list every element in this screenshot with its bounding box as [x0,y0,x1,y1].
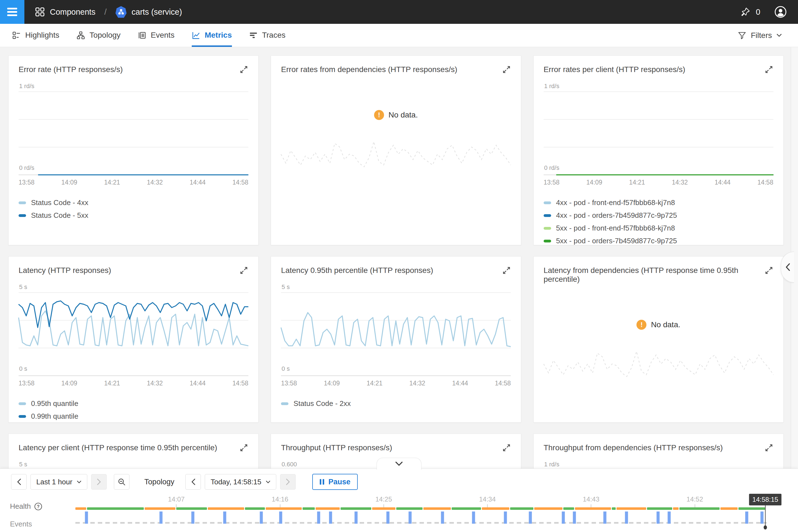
event-marker[interactable] [159,512,163,524]
expand-chart-button[interactable] [502,65,511,74]
event-marker[interactable] [191,512,194,524]
chart-plot[interactable] [19,92,248,175]
hamburger-menu-button[interactable] [0,0,24,24]
legend-item[interactable]: 0.99th quantile [19,412,248,421]
legend-item[interactable]: Status Code - 2xx [281,399,511,408]
breadcrumb-current[interactable]: carts (service) [132,7,182,17]
help-icon[interactable]: ? [34,502,42,511]
chart-plot[interactable] [281,292,511,376]
event-marker[interactable] [562,512,565,524]
event-marker[interactable] [472,512,475,524]
x-tick-label: 14:58 [232,179,249,186]
event-marker[interactable] [85,512,88,524]
expand-chart-button[interactable] [502,266,511,275]
health-segment[interactable] [738,507,765,510]
playhead-dot[interactable] [764,525,767,530]
timestamp-dropdown[interactable]: Today, 14:58:15 [205,474,276,490]
expand-chart-button[interactable] [764,65,773,74]
health-segment[interactable] [341,507,371,510]
event-marker[interactable] [668,512,671,524]
health-segment[interactable] [266,507,302,510]
health-segment[interactable] [647,507,672,510]
tab-events[interactable]: Events [138,24,174,47]
event-marker[interactable] [625,512,628,524]
user-avatar-icon[interactable] [774,5,787,18]
legend-item[interactable]: Status Code - 5xx [19,211,248,220]
tab-traces[interactable]: Traces [249,24,286,47]
legend-item[interactable]: 5xx - pod - orders-7b459d877c-9p725 [544,236,773,245]
event-marker[interactable] [329,512,332,524]
health-segment[interactable] [396,507,422,510]
zoom-out-button[interactable] [114,474,129,490]
legend-item[interactable]: 0.95th quantile [19,399,248,408]
metric-card: Latency 0.95th percentile (HTTP response… [271,256,521,422]
health-segment[interactable] [176,507,207,510]
series-line [19,311,248,346]
chart-plot[interactable] [544,92,773,175]
tab-highlights[interactable]: Highlights [12,24,59,47]
no-data-label: No data. [388,111,418,119]
timeline-tick-label: 14:25 [376,495,392,503]
legend-item[interactable]: 4xx - pod - front-end-f57fbbb68-kj7n8 [544,198,773,207]
event-marker[interactable] [573,512,576,524]
health-segment[interactable] [720,507,738,510]
legend-item[interactable]: Status Code - 4xx [19,198,248,207]
timestamp-back-button[interactable] [185,474,201,490]
legend-item[interactable]: 5xx - pod - front-end-f57fbbb68-kj7n8 [544,224,773,232]
event-marker[interactable] [386,512,389,524]
event-marker[interactable] [441,512,444,524]
health-segment[interactable] [482,507,509,510]
health-segment[interactable] [510,507,534,510]
timeline-track[interactable]: 14:58:15 14:0714:1614:2514:3414:4314:52 [75,493,767,532]
health-segment[interactable] [534,507,562,510]
health-segment[interactable] [245,507,265,510]
event-marker[interactable] [504,512,507,524]
health-segment[interactable] [612,507,616,510]
expand-chart-button[interactable] [764,266,773,275]
health-segment[interactable] [452,507,481,510]
expand-chart-button[interactable] [240,65,248,74]
y-axis-max-label: 5 s [282,283,289,291]
time-range-dropdown[interactable]: Last 1 hour [31,474,87,490]
playhead-line[interactable] [765,504,765,526]
expand-chart-button[interactable] [240,266,248,275]
tab-metrics[interactable]: Metrics [192,24,232,47]
health-segment[interactable] [563,507,574,510]
health-segment[interactable] [87,507,144,510]
legend-item[interactable]: 4xx - pod - orders-7b459d877c-9p725 [544,211,773,220]
event-marker[interactable] [529,512,532,524]
pushpin-icon[interactable] [740,7,750,17]
event-marker[interactable] [657,512,660,524]
event-marker[interactable] [745,512,748,524]
health-segment[interactable] [679,507,720,510]
expand-chart-button[interactable] [240,443,248,452]
event-marker[interactable] [408,512,412,524]
health-segment[interactable] [575,507,611,510]
health-segment[interactable] [316,507,340,510]
filters-button[interactable]: Filters [738,24,798,47]
event-marker[interactable] [760,512,763,524]
event-marker[interactable] [260,512,263,524]
chart-plot[interactable] [19,292,248,376]
expand-chart-button[interactable] [502,443,511,452]
health-segment[interactable] [208,507,244,510]
health-segment[interactable] [372,507,396,510]
event-marker[interactable] [355,512,358,524]
event-marker[interactable] [317,512,320,524]
health-segment[interactable] [673,507,678,510]
health-segment[interactable] [145,507,175,510]
health-segment[interactable] [75,507,86,510]
health-segment[interactable] [616,507,646,510]
range-back-button[interactable] [11,474,26,490]
breadcrumb-root[interactable]: Components [50,7,95,17]
health-segment[interactable] [423,507,451,510]
event-marker[interactable] [604,512,607,524]
pause-button[interactable]: Pause [312,474,358,490]
tab-topology[interactable]: Topology [76,24,120,47]
expand-chart-button[interactable] [764,443,773,452]
expand-timeline-button[interactable] [377,458,421,470]
top-bar: Components / carts (service) 0 [0,0,798,24]
health-segment[interactable] [303,507,315,510]
event-marker[interactable] [279,512,282,524]
event-marker[interactable] [223,512,226,524]
